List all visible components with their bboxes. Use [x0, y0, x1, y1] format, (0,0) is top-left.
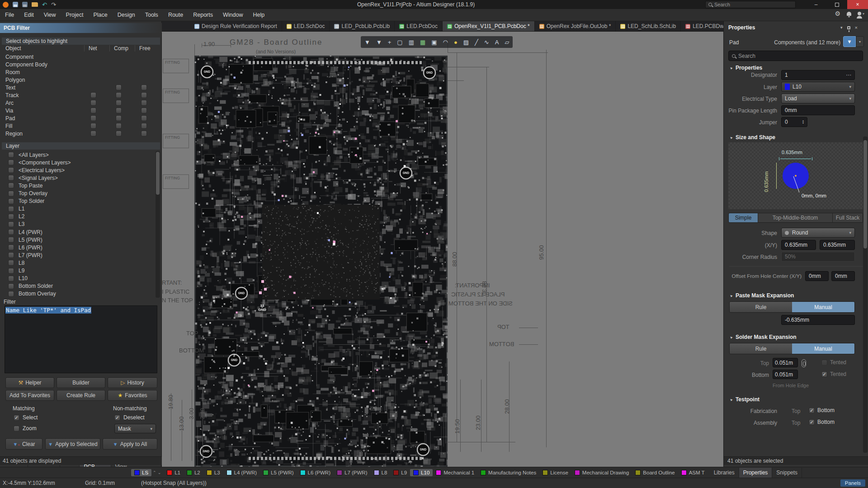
checkbox-icon[interactable] [8, 260, 14, 266]
layer-row[interactable]: L9 [2, 267, 154, 275]
checkbox-icon[interactable] [90, 123, 96, 129]
gear-icon[interactable]: ⚙ [835, 10, 840, 17]
tab-full-stack[interactable]: Full Stack [833, 213, 863, 222]
layer-tab-l1[interactable]: L1 [164, 469, 184, 476]
panels-button[interactable]: Panels [840, 479, 865, 487]
apply-to-selected-button[interactable]: ▼Apply to Selected [45, 438, 100, 450]
menu-view[interactable]: View [39, 9, 61, 21]
checkbox-icon[interactable] [8, 214, 14, 220]
checkbox-icon[interactable] [116, 115, 122, 121]
scope-filter-dropdown[interactable]: ▾ [856, 36, 864, 47]
object-row[interactable]: Arc [2, 99, 160, 107]
pcb-board-view[interactable] [194, 56, 448, 467]
zoom-checkbox[interactable]: Zoom [14, 425, 37, 432]
layer-tab-asmt[interactable]: ASM T [678, 469, 708, 476]
checkbox-icon[interactable] [141, 123, 147, 129]
pcb-editor-canvas[interactable]: GM28 - Board Outline (and No Versions) 1… [162, 32, 723, 467]
checkbox-icon[interactable] [8, 221, 14, 227]
panel-pin-icon[interactable] [847, 26, 850, 29]
deselect-checkbox[interactable]: ✓Deselect [114, 414, 145, 421]
section-testpoint[interactable]: ▲Testpoint [729, 396, 760, 403]
pcb-filter-caption[interactable]: PCB Filter [0, 23, 162, 33]
layer-tab-l9[interactable]: L9 [390, 469, 410, 476]
object-row[interactable]: Room [2, 68, 160, 76]
clear-button[interactable]: ▼×Clear [5, 438, 42, 450]
layer-row[interactable]: <Signal Layers> [2, 174, 154, 182]
layer-row[interactable]: L1 [2, 205, 154, 213]
checkbox-icon[interactable] [141, 100, 147, 106]
checkbox-icon[interactable] [8, 206, 14, 212]
create-rule-button[interactable]: Create Rule [57, 390, 105, 401]
menu-edit[interactable]: Edit [19, 9, 39, 21]
layer-row[interactable]: L2 [2, 213, 154, 221]
section-properties[interactable]: ▲Properties [729, 65, 762, 71]
selection-rect-icon[interactable]: ▢ [397, 39, 402, 46]
minimize-button[interactable]: – [806, 0, 826, 9]
solder-top-tented[interactable]: Tented [821, 359, 846, 366]
menu-project[interactable]: Project [61, 9, 89, 21]
redo-icon[interactable]: ↷ [51, 1, 56, 8]
histogram-icon[interactable]: ▥ [409, 39, 414, 46]
layer-row[interactable]: L3 [2, 221, 154, 228]
layer-row[interactable]: Top Overlay [2, 190, 154, 197]
doc-tab[interactable]: ▤LED.PcbDoc [395, 21, 443, 31]
object-row[interactable]: Polygon [2, 76, 160, 84]
line-icon[interactable]: ╱ [475, 39, 478, 46]
menu-window[interactable]: Window [218, 9, 248, 21]
history-button[interactable]: ▷︎History [108, 377, 157, 388]
layer-row[interactable]: Top Solder [2, 197, 154, 205]
doc-tab[interactable]: ▤OpenRex_V1I1_PCB.PcbDoc * [443, 21, 535, 31]
user-icon[interactable]: ▾ [858, 12, 864, 16]
layer-tab-l2[interactable]: L2 [184, 469, 203, 476]
layer-tab-boardoutline[interactable]: Board Outline [632, 469, 678, 476]
checkbox-icon[interactable] [90, 100, 96, 106]
apply-to-all-button[interactable]: ▼Apply to All [103, 438, 157, 450]
object-row[interactable]: Fill [2, 122, 160, 130]
checkbox-icon[interactable] [116, 100, 122, 106]
offset-x-input[interactable]: 0mm [805, 271, 829, 281]
layer-tab-l7pwr[interactable]: L7 (PWR) [334, 469, 370, 476]
solder-manual-button[interactable]: Manual [792, 343, 854, 354]
paste-expansion-input[interactable]: -0.635mm [781, 315, 855, 325]
grid-icon[interactable]: ▦ [420, 39, 425, 46]
jumper-input[interactable]: 0 ▴▾ [781, 117, 807, 127]
scope-filter-button[interactable]: ▼ [843, 36, 856, 47]
text-icon[interactable]: A [495, 39, 499, 46]
object-row[interactable]: Via [2, 107, 160, 114]
highlight-filter-icon[interactable]: ▼ [376, 39, 382, 46]
layer-row[interactable]: Bottom Solder [2, 282, 154, 290]
menu-file[interactable]: File [0, 9, 19, 21]
solder-rule-button[interactable]: Rule [730, 343, 792, 354]
checkbox-icon[interactable] [141, 108, 147, 113]
panel-menu-icon[interactable]: ▾ [840, 25, 843, 30]
link-icon[interactable] [802, 359, 806, 367]
layer-row[interactable]: L8 [2, 259, 154, 267]
menu-design[interactable]: Design [113, 9, 140, 21]
dock-tab-snippets[interactable]: Snippets [772, 468, 802, 478]
board-icon[interactable]: ▣ [431, 39, 437, 46]
checkbox-icon[interactable] [8, 229, 14, 235]
layer-tab-l8[interactable]: L8 [371, 469, 391, 476]
layer-tab-mechanical1[interactable]: Mechanical 1 [433, 469, 477, 476]
builder-button[interactable]: Builder [57, 377, 105, 388]
layer-down-icon[interactable]: ⌄ [158, 470, 161, 475]
checkbox-icon[interactable] [8, 183, 14, 188]
crosshair-icon[interactable]: + [388, 39, 392, 46]
save-icon[interactable] [13, 2, 18, 7]
undo-icon[interactable]: ↶ [42, 1, 47, 8]
layer-row[interactable]: Bottom Overlay [2, 290, 154, 298]
layer-up-icon[interactable]: ⌃ [153, 470, 156, 475]
restore-button[interactable] [826, 0, 847, 9]
checkbox-icon[interactable] [8, 291, 14, 297]
layer-tab-mechanicaldrawing[interactable]: Mechanical Drawing [571, 469, 632, 476]
object-row[interactable]: Pad [2, 114, 160, 122]
solder-bottom-input[interactable]: 0.051m [773, 370, 798, 379]
layer-list-scrollbar[interactable] [156, 151, 160, 298]
designator-input[interactable]: 1 ⋯ [781, 70, 855, 80]
checkbox-icon[interactable] [116, 108, 122, 113]
checkbox-icon[interactable] [116, 84, 122, 90]
checkbox-icon[interactable] [116, 123, 122, 129]
menu-tools[interactable]: Tools [140, 9, 163, 21]
layer-tab-license[interactable]: License [539, 469, 571, 476]
tab-top-middle-bottom[interactable]: Top-Middle-Bottom [758, 213, 833, 222]
